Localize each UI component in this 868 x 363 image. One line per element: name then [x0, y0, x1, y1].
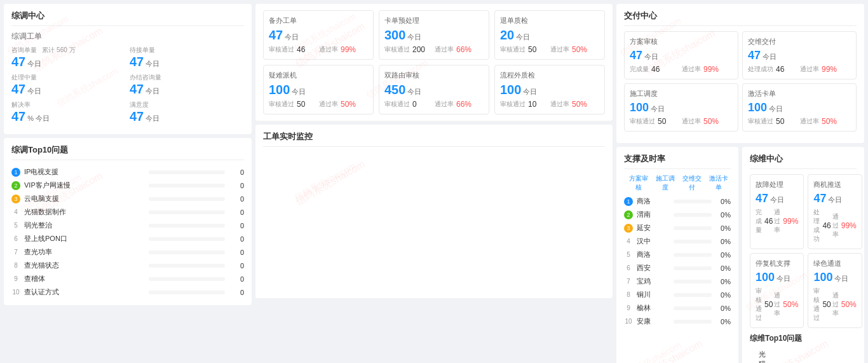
pct-val: 0% — [715, 211, 731, 219]
list-item: 5 弱光整治 0 — [11, 219, 244, 232]
list-item: 8 铜川 0% — [624, 288, 731, 301]
item-name: 查稽体 — [24, 274, 145, 284]
delivery-handover: 交维交付 47 今日 处理成功46 通过率99% — [742, 31, 857, 79]
item-name: VIP客户网速慢 — [24, 181, 145, 190]
list-item: 6 西安 0% — [624, 261, 731, 275]
support-bar-wrap — [674, 240, 712, 243]
rank-10: 10 — [624, 318, 633, 325]
item-name: 查光猫状态 — [24, 261, 145, 270]
fault-handling: 故障处理 47 今日 完成量46 通过率99% — [750, 174, 804, 249]
wo-difficult-stats: 审核通过 50 通过率 50% — [269, 100, 368, 109]
stat-resolve-label: 解决率 — [11, 100, 126, 109]
suspend-num: 100 — [756, 271, 775, 284]
delivery-dispatch-title: 施工调度 — [630, 89, 733, 99]
dispatch-workorder-card: 信鸽系统shaicom 信鸽系统shaicom 综调中心 综调工单 咨询单量 累… — [4, 4, 252, 134]
page: 信鸽系统shaicom 信鸽系统shaicom 综调中心 综调工单 咨询单量 累… — [0, 0, 868, 363]
city-name: 延安 — [637, 223, 670, 233]
support-list: 1 商洛 0% 2 渭南 0% 3 延安 — [624, 195, 731, 328]
delivery-items: 方案审核 47 今日 完成量46 通过率99% 交维交付 47 今日 处理成功4… — [624, 31, 857, 132]
wo-backup: 备办工单 47 今日 审核通过 46 通过率 99% — [263, 10, 374, 60]
support-bar-wrap — [674, 280, 712, 284]
list-item: 3 云电脑支援 0 — [11, 192, 244, 205]
item-name: IP电视支援 — [24, 167, 145, 177]
list-item: 2 VIP客户网速慢 0 — [11, 179, 244, 192]
rank-6: 6 — [11, 235, 20, 242]
city-name: 榆林 — [637, 303, 670, 313]
wo-difficult-num: 100 — [269, 83, 290, 97]
city-name: 商洛 — [637, 250, 670, 259]
wo-offprocess-title: 流程外质检 — [500, 71, 599, 80]
delivery-handover-stats: 处理成功46 通过率99% — [748, 65, 851, 74]
item-val: 0 — [229, 222, 244, 229]
stat-processing-label: 处理中量 — [11, 73, 126, 82]
rank-8: 8 — [11, 262, 20, 269]
wo-return-num: 20 — [500, 28, 514, 42]
list-item: 6 登上线PON口 0 — [11, 232, 244, 245]
workorder-card: 信鸽系统shaicom 信鸽系统shaicom 备办工单 47 今日 审核通过 … — [255, 4, 613, 121]
business-push: 商机推送 47 今日 处理成功46 通过率99% — [808, 174, 862, 249]
rank-3: 3 — [11, 195, 20, 203]
wo-difficult-title: 疑难派机 — [269, 71, 368, 80]
list-item: 7 宝鸡 0% — [624, 275, 731, 288]
main-grid: 信鸽系统shaicom 信鸽系统shaicom 综调中心 综调工单 咨询单量 累… — [4, 4, 864, 363]
list-item: 9 榆林 0% — [624, 301, 731, 315]
stat-value-satisfaction: 47 — [130, 109, 144, 123]
wo-dual-route: 双路由审核 450 今日 审核通过 0 通过率 66% — [379, 65, 489, 114]
bar-wrap — [149, 210, 225, 214]
item-name: 登上线PON口 — [24, 234, 145, 243]
rank-2: 2 — [11, 181, 20, 190]
city-name: 宝鸡 — [637, 277, 670, 286]
delivery-card: 信鸽系统shaicom 交付中心 方案审核 47 今日 完成量46 通过率99%… — [616, 4, 864, 143]
item-val: 0 — [229, 168, 244, 176]
list-item: 4 汉中 0% — [624, 235, 731, 248]
delivery-scheme-stats: 完成量46 通过率99% — [630, 65, 733, 74]
delivery-handover-title: 交维交付 — [748, 37, 851, 46]
pct-val: 0% — [715, 278, 731, 285]
wo-grid: 备办工单 47 今日 审核通过 46 通过率 99% — [263, 10, 605, 114]
green-stats: 审核通过50 通过率50% — [813, 287, 856, 322]
pct-val: 0% — [715, 318, 731, 325]
item-name: 光猫数据制作 — [24, 207, 145, 217]
monitor-card: 信鸽系统shaicom 工单实时监控 — [255, 125, 613, 298]
rank-5: 5 — [624, 251, 633, 258]
support-title: 支撑及时率 — [624, 153, 731, 169]
item-name: 查光功率 — [24, 247, 145, 257]
pct-val: 0% — [715, 198, 731, 205]
wo-offprocess-stats: 审核通过 10 通过率 50% — [500, 100, 599, 109]
support-bar-wrap — [674, 200, 712, 203]
fault-stats: 完成量46 通过率99% — [756, 208, 798, 235]
rank-1: 1 — [11, 168, 20, 177]
pct-val: 0% — [715, 224, 731, 232]
item-val: 0 — [229, 182, 244, 189]
support-bar-wrap — [674, 213, 712, 217]
dispatch-stats: 咨询单量 累计 560 万 47 今日 待接单量 47 今日 处理中量 47 今… — [11, 46, 244, 124]
fault-title: 故障处理 — [756, 180, 798, 189]
stat-value-consulting: 47 — [11, 55, 25, 69]
bar-wrap — [149, 264, 225, 268]
rank-3: 3 — [624, 224, 633, 233]
wo-backup-stats: 审核通过 46 通过率 99% — [269, 45, 368, 54]
maintenance-top10-title: 综维Top10问题 — [750, 333, 857, 344]
stat-satisfaction-label: 满意度 — [130, 100, 244, 109]
dispatch-center: 信鸽系统shaicom 信鸽系统shaicom 综调中心 综调工单 咨询单量 累… — [4, 4, 252, 363]
city-name: 西安 — [637, 263, 670, 273]
delivery-scheme: 方案审核 47 今日 完成量46 通过率99% — [624, 31, 738, 79]
item-name: 弱光整治 — [24, 221, 145, 230]
maintenance-top10: 综维Top10问题 1 光猫数据制作 1346 2 装机卡单 — [750, 333, 857, 363]
wo-return-inspect: 退单质检 20 今日 审核通过 50 通过率 50% — [494, 10, 605, 60]
bar-wrap — [149, 224, 225, 228]
rank-7: 7 — [11, 249, 20, 256]
list-item: 2 渭南 0% — [624, 208, 731, 221]
bar-wrap — [149, 170, 225, 174]
rank-9: 9 — [624, 305, 633, 312]
middle-center: 信鸽系统shaicom 信鸽系统shaicom 备办工单 47 今日 审核通过 … — [255, 4, 613, 363]
rank-4: 4 — [11, 209, 20, 216]
rank-6: 6 — [624, 264, 633, 271]
bar-wrap — [149, 197, 225, 201]
bar-wrap — [149, 291, 225, 294]
maintenance-items: 故障处理 47 今日 完成量46 通过率99% 商机推送 47 今日 处理成功 — [750, 174, 857, 328]
rank-9: 9 — [11, 275, 20, 282]
wo-difficult: 疑难派机 100 今日 审核通过 50 通过率 50% — [263, 65, 374, 114]
list-item: 4 光猫数据制作 0 — [11, 205, 244, 219]
item-val: 0 — [229, 209, 244, 216]
